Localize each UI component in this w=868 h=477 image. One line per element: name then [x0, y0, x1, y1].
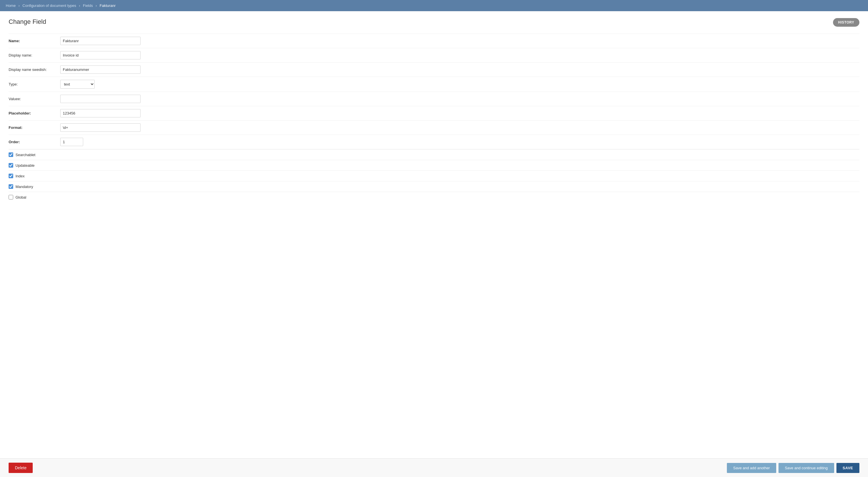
mandatory-row: Mandatory [9, 181, 859, 192]
order-cell [60, 135, 859, 149]
name-label: Name: [9, 34, 60, 48]
breadcrumb-current: Fakturanr [99, 3, 116, 8]
breadcrumb-sep-3: › [95, 3, 97, 8]
display-name-input[interactable] [60, 51, 141, 59]
type-cell: text number date boolean [60, 77, 859, 92]
searchablet-label: Searchablet [16, 153, 35, 157]
breadcrumb-config[interactable]: Configuration of document types [22, 3, 76, 8]
display-name-cell [60, 48, 859, 63]
order-input[interactable] [60, 138, 83, 146]
page-header: Change Field HISTORY [9, 18, 859, 27]
name-cell [60, 34, 859, 48]
name-input[interactable] [60, 37, 141, 45]
valuee-cell [60, 92, 859, 106]
valuee-row: Valuee: [9, 92, 859, 106]
display-name-swedish-input[interactable] [60, 65, 141, 74]
searchablet-checkbox[interactable] [9, 152, 13, 157]
mandatory-label: Mandatory [16, 184, 33, 189]
updateable-row: Updateable [9, 160, 859, 171]
order-row: Order: [9, 135, 859, 149]
breadcrumb-bar: Home › Configuration of document types ›… [0, 0, 868, 11]
page-title: Change Field [9, 18, 46, 26]
breadcrumb-home[interactable]: Home [6, 3, 16, 8]
breadcrumb-fields[interactable]: Fields [83, 3, 93, 8]
placeholder-input[interactable] [60, 109, 141, 117]
display-name-swedish-cell [60, 63, 859, 77]
form-table: Name: Display name: Display name swedish… [9, 34, 859, 149]
placeholder-cell [60, 106, 859, 121]
name-row: Name: [9, 34, 859, 48]
global-row: Global [9, 192, 859, 202]
global-label: Global [16, 195, 26, 200]
history-button[interactable]: HISTORY [833, 18, 859, 27]
index-checkbox[interactable] [9, 174, 13, 178]
format-label: Format: [9, 121, 60, 135]
format-input[interactable] [60, 123, 141, 132]
display-name-label: Display name: [9, 48, 60, 63]
display-name-swedish-label: Display name swedish: [9, 63, 60, 77]
valuee-input[interactable] [60, 95, 141, 103]
order-label: Order: [9, 135, 60, 149]
breadcrumb-sep-1: › [18, 3, 20, 8]
checkboxes-section: Searchablet Updateable Index Mandatory G… [9, 149, 859, 225]
format-cell [60, 121, 859, 135]
format-row: Format: [9, 121, 859, 135]
type-select[interactable]: text number date boolean [60, 80, 95, 89]
main-container: Change Field HISTORY Name: Display name:… [0, 11, 868, 458]
display-name-row: Display name: [9, 48, 859, 63]
updateable-checkbox[interactable] [9, 163, 13, 168]
mandatory-checkbox[interactable] [9, 184, 13, 189]
placeholder-label: Placeholder: [9, 106, 60, 121]
searchablet-row: Searchablet [9, 149, 859, 160]
index-label: Index [16, 174, 25, 178]
placeholder-row: Placeholder: [9, 106, 859, 121]
breadcrumb-sep-2: › [79, 3, 80, 8]
type-row: Type: text number date boolean [9, 77, 859, 92]
valuee-label: Valuee: [9, 92, 60, 106]
global-checkbox[interactable] [9, 195, 13, 200]
index-row: Index [9, 171, 859, 181]
type-label: Type: [9, 77, 60, 92]
updateable-label: Updateable [16, 163, 35, 168]
display-name-swedish-row: Display name swedish: [9, 63, 859, 77]
